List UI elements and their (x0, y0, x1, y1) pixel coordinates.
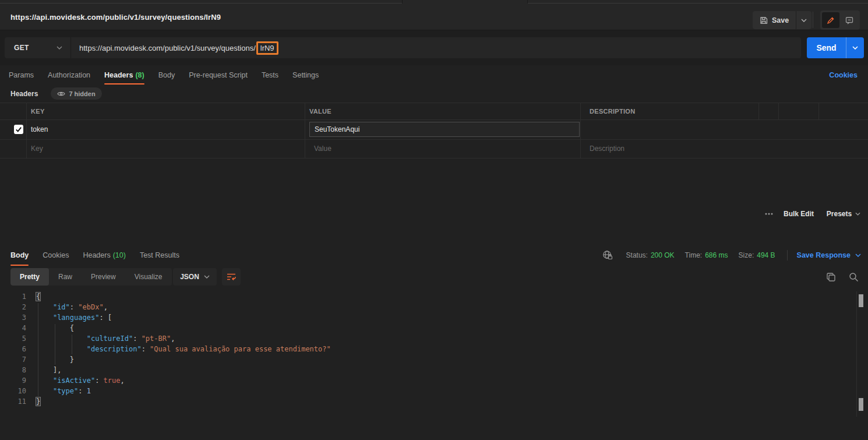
wrap-text-icon (227, 273, 236, 281)
response-tab-body[interactable]: Body (10, 245, 29, 266)
tab-label: Settings (292, 71, 319, 79)
tab-headers[interactable]: Headers(8) (104, 65, 144, 85)
save-icon (760, 16, 768, 24)
globe-lock-icon (602, 250, 613, 261)
response-body-viewer[interactable]: 1{2 "id": "ebDx",3 "languages": [4 {5 "c… (0, 291, 868, 417)
header-key-cell[interactable]: token (31, 119, 48, 139)
code-line: 5 "cultureId": "pt-BR", (0, 333, 868, 344)
response-action-icons (826, 268, 859, 286)
scrollbar-thumb-bottom[interactable] (859, 398, 863, 411)
postman-app-window: https://api.movidesk.com/public/v1/surve… (0, 0, 868, 440)
table-border (0, 158, 868, 159)
chevron-down-icon (852, 46, 858, 50)
presets-button[interactable]: Presets (819, 205, 868, 222)
send-dropdown-button[interactable] (846, 37, 864, 58)
status-badge: Status: 200 OK (626, 251, 675, 259)
view-tab-pretty[interactable]: Pretty (10, 268, 49, 286)
chevron-down-icon (204, 275, 210, 279)
view-tab-preview[interactable]: Preview (82, 268, 125, 286)
header-value-input[interactable]: SeuTokenAqui (309, 122, 580, 137)
tab-label: Body (158, 71, 175, 79)
pencil-icon (827, 16, 835, 24)
code-line-content: } (26, 396, 40, 407)
save-button-label: Save (772, 16, 789, 24)
titlebar-divider (813, 12, 813, 28)
column-header-key: KEY (31, 103, 45, 119)
response-meta-bar: Status: 200 OK Time: 686 ms Size: 494 B … (602, 245, 861, 266)
method-label: GET (14, 44, 29, 52)
copy-button[interactable] (826, 272, 836, 282)
response-view-row: Pretty Raw Preview Visualize JSON (0, 267, 868, 288)
more-dots-icon (765, 213, 773, 215)
code-line-content: "type": 1 (26, 386, 91, 396)
headers-table: KEY VALUE DESCRIPTION Bulk Edit Presets … (0, 103, 868, 158)
code-line-content: "languages": [ (26, 312, 112, 323)
url-input[interactable]: https://api.movidesk.com/public/v1/surve… (71, 37, 278, 58)
response-tab-cookies[interactable]: Cookies (43, 245, 69, 266)
url-base-text: https://api.movidesk.com/public/v1/surve… (79, 44, 256, 52)
format-selector[interactable]: JSON (173, 268, 217, 286)
response-headers-count: (10) (113, 251, 126, 259)
table-border (580, 103, 581, 158)
save-dropdown-button[interactable] (796, 11, 811, 29)
line-number: 4 (0, 323, 26, 333)
url-id-annotation-box: lrN9 (256, 41, 278, 55)
save-response-label: Save Response (797, 251, 851, 259)
new-description-placeholder[interactable]: Description (590, 139, 624, 158)
hidden-headers-label: 7 hidden (69, 90, 95, 97)
beautify-button[interactable] (222, 268, 241, 286)
tab-settings[interactable]: Settings (292, 65, 319, 85)
save-button-group: Save (753, 11, 811, 29)
tab-label: Headers (83, 251, 110, 259)
tab-label: Headers (104, 71, 133, 79)
scrollbar-track (856, 291, 857, 417)
size-value: 494 B (757, 251, 775, 259)
time-label: Time: (685, 251, 703, 259)
code-line: 10 "type": 1 (0, 386, 868, 396)
tab-tests[interactable]: Tests (262, 65, 278, 85)
new-key-placeholder[interactable]: Key (31, 139, 43, 158)
status-value: 200 OK (651, 251, 675, 259)
response-tab-headers[interactable]: Headers(10) (83, 245, 125, 266)
view-tab-visualize[interactable]: Visualize (125, 268, 172, 286)
comments-button[interactable] (841, 12, 858, 28)
code-line-content: { (26, 291, 40, 302)
cookies-link[interactable]: Cookies (829, 65, 858, 85)
hidden-headers-toggle[interactable]: 7 hidden (51, 87, 101, 100)
more-options-button[interactable] (759, 205, 778, 222)
tab-body[interactable]: Body (158, 65, 175, 85)
headers-subrow: Headers 7 hidden (0, 85, 868, 103)
header-row-checkbox[interactable] (14, 125, 23, 134)
line-number: 8 (0, 365, 26, 375)
tab-params[interactable]: Params (9, 65, 34, 85)
network-info-button[interactable] (602, 250, 613, 261)
save-button[interactable]: Save (753, 11, 796, 29)
save-response-button[interactable]: Save Response (797, 251, 861, 259)
url-id-text: lrN9 (260, 44, 274, 52)
request-title-bar: https://api.movidesk.com/public/v1/surve… (0, 3, 868, 30)
size-label: Size: (739, 251, 754, 259)
send-button[interactable]: Send (807, 37, 846, 58)
code-line: 8 ], (0, 365, 868, 375)
table-border (26, 103, 27, 158)
line-number: 10 (0, 386, 26, 396)
request-url-row: GET https://api.movidesk.com/public/v1/s… (0, 30, 868, 65)
chevron-down-icon (855, 254, 861, 257)
table-border (305, 103, 305, 158)
column-header-description: DESCRIPTION (590, 103, 635, 119)
method-selector[interactable]: GET (5, 37, 71, 58)
view-tab-raw[interactable]: Raw (49, 268, 82, 286)
request-tabs: Params Authorization Headers(8) Body Pre… (0, 65, 868, 85)
tab-authorization[interactable]: Authorization (48, 65, 90, 85)
search-button[interactable] (849, 272, 859, 282)
presets-label: Presets (827, 210, 852, 218)
code-line: 9 "isActive": true, (0, 375, 868, 386)
edit-request-button[interactable] (822, 12, 839, 28)
tab-headers-count: (8) (135, 71, 144, 79)
code-line-content: ], (26, 365, 61, 375)
bulk-edit-button[interactable]: Bulk Edit (779, 205, 818, 222)
tab-pre-request-script[interactable]: Pre-request Script (189, 65, 248, 85)
scrollbar-thumb[interactable] (859, 294, 863, 307)
new-value-placeholder[interactable]: Value (314, 139, 331, 158)
response-tab-test-results[interactable]: Test Results (140, 245, 179, 266)
